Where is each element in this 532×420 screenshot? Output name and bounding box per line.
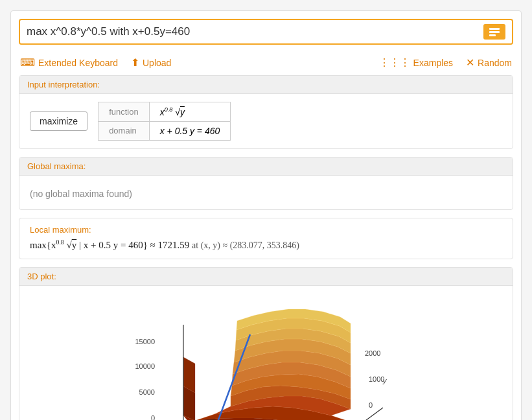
interp-table: maximize function x0.8 √y domain — [30, 102, 502, 141]
search-submit-button[interactable] — [483, 24, 505, 40]
svg-text:0: 0 — [150, 414, 154, 420]
main-container: ⌨ Extended Keyboard ⬆ Upload ⋮⋮⋮ Example… — [10, 10, 522, 420]
svg-line-32 — [351, 408, 383, 420]
svg-text:10000: 10000 — [135, 362, 155, 370]
input-interpretation-header: Input interpretation: — [19, 76, 513, 94]
svg-rect-0 — [489, 28, 500, 30]
global-maxima-section: Global maxima: (no global maxima found) — [19, 157, 513, 210]
random-button[interactable]: ✕ Random — [466, 56, 512, 69]
input-interpretation-body: maximize function x0.8 √y domain — [19, 94, 513, 148]
toolbar-left: ⌨ Extended Keyboard ⬆ Upload — [20, 56, 171, 69]
function-label: function — [98, 102, 150, 122]
svg-rect-1 — [489, 31, 500, 33]
extended-keyboard-button[interactable]: ⌨ Extended Keyboard — [20, 56, 118, 69]
local-maximum-expression: max{x0.8 √y | x + 0.5 y = 460} ≈ 1721.59… — [30, 239, 502, 251]
svg-text:15000: 15000 — [135, 338, 155, 345]
examples-button[interactable]: ⋮⋮⋮ Examples — [379, 56, 453, 69]
maximize-label: maximize — [30, 111, 87, 131]
input-interpretation-section: Input interpretation: maximize function … — [19, 75, 513, 149]
table-row: function x0.8 √y — [98, 102, 231, 122]
upload-icon: ⬆ — [131, 56, 139, 69]
svg-text:5000: 5000 — [139, 388, 154, 396]
svg-text:1000: 1000 — [369, 375, 384, 383]
interp-grid: function x0.8 √y domain x + 0.5 y = 460 — [98, 102, 231, 141]
domain-value: x + 0.5 y = 460 — [149, 121, 231, 140]
local-maximum-label: Local maximum: — [30, 225, 502, 235]
svg-rect-2 — [489, 34, 496, 36]
domain-label: domain — [98, 121, 150, 140]
search-bar — [19, 19, 513, 45]
global-maxima-body: (no global maxima found) — [19, 176, 513, 209]
upload-button[interactable]: ⬆ Upload — [131, 56, 171, 69]
global-maxima-header: Global maxima: — [19, 158, 513, 176]
search-input[interactable] — [27, 25, 483, 38]
table-row: domain x + 0.5 y = 460 — [98, 121, 231, 140]
random-icon: ✕ — [466, 56, 474, 69]
plot-svg: 15000 10000 5000 0 0 500 1000 x 0 1000 2… — [130, 292, 402, 420]
examples-icon: ⋮⋮⋮ — [379, 56, 410, 69]
svg-text:0: 0 — [369, 401, 373, 409]
plot-area: 15000 10000 5000 0 0 500 1000 x 0 1000 2… — [30, 292, 502, 420]
submit-icon — [489, 27, 500, 37]
plot-3d-body: 15000 10000 5000 0 0 500 1000 x 0 1000 2… — [19, 286, 513, 420]
keyboard-icon: ⌨ — [20, 56, 35, 69]
svg-text:y: y — [382, 377, 387, 384]
toolbar: ⌨ Extended Keyboard ⬆ Upload ⋮⋮⋮ Example… — [11, 52, 521, 75]
svg-text:2000: 2000 — [365, 349, 380, 357]
no-global-maxima-text: (no global maxima found) — [30, 183, 502, 202]
plot-3d-header: 3D plot: — [19, 268, 513, 286]
function-value: x0.8 √y — [149, 102, 231, 122]
plot-3d-section: 3D plot: 15000 10000 5000 0 0 500 1000 x — [19, 267, 513, 420]
toolbar-right: ⋮⋮⋮ Examples ✕ Random — [379, 56, 512, 69]
local-max-body: Local maximum: max{x0.8 √y | x + 0.5 y =… — [19, 218, 513, 259]
at-coordinates: at (x, y) ≈ (283.077, 353.846) — [192, 240, 299, 250]
local-maximum-section: Local maximum: max{x0.8 √y | x + 0.5 y =… — [19, 218, 513, 259]
